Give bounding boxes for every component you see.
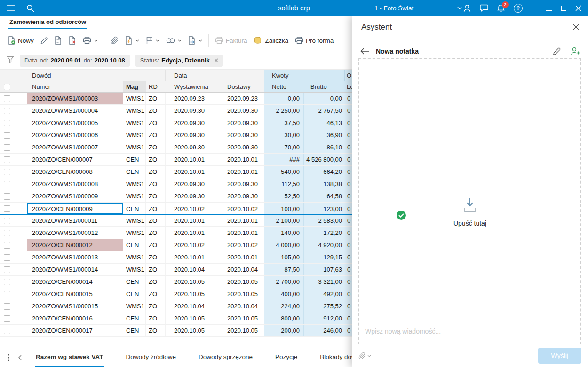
cell-mag: WMS1	[123, 227, 146, 239]
column-header-brutto[interactable]: Brutto	[303, 81, 345, 92]
cell-brutto: 36,90	[303, 129, 345, 141]
row-checkbox[interactable]	[4, 132, 10, 139]
filter-icon[interactable]	[7, 56, 14, 65]
footer-tab[interactable]: Dowody sprzężone	[198, 348, 254, 367]
status-filter-chip[interactable]: Status: Edycja, Dziennik	[135, 55, 223, 67]
cell-mag: WMS1	[123, 93, 146, 104]
add-person-button[interactable]	[571, 47, 580, 55]
tab-zamowienia-od-odbiorcow[interactable]: Zamówienia od odbiorców	[8, 16, 87, 29]
collapse-panel-button[interactable]	[18, 355, 22, 360]
select-all-checkbox[interactable]	[4, 84, 10, 90]
cell-mag: CEN	[123, 312, 146, 324]
remove-filter-button[interactable]	[214, 58, 218, 62]
maximize-button[interactable]	[561, 6, 566, 11]
faktura-button[interactable]: Faktura	[212, 34, 251, 47]
row-checkbox[interactable]	[4, 205, 10, 212]
cell-wystawienia: 2020.10.05	[166, 288, 220, 300]
cell-brutto: 492,00	[303, 288, 345, 300]
cell-wystawienia: 2020.09.30	[166, 117, 220, 129]
cell-rd: ZO	[146, 190, 166, 202]
cell-dostawy: 2020.10.01	[220, 227, 264, 239]
cell-brutto: 46,13	[303, 117, 345, 129]
row-checkbox[interactable]	[4, 120, 10, 126]
cell-numer: 2020/ZO/WMS1/000005	[27, 117, 123, 129]
row-checkbox[interactable]	[4, 315, 10, 322]
message-input[interactable]: Wpisz nową wiadomość...	[365, 328, 441, 335]
cell-numer: 2020/ZO/WMS1/000011	[27, 215, 123, 226]
attach-file-button[interactable]	[358, 352, 371, 360]
cell-wystawienia: 2020.10.05	[166, 276, 220, 288]
help-button[interactable]: ?	[514, 4, 523, 13]
preview-button[interactable]	[51, 33, 65, 47]
row-checkbox[interactable]	[4, 254, 10, 261]
row-checkbox[interactable]	[4, 218, 10, 224]
footer-tab[interactable]: Dowody źródłowe	[125, 348, 177, 367]
search-button[interactable]	[26, 4, 34, 12]
row-checkbox[interactable]	[4, 169, 10, 175]
zaliczka-button[interactable]: Zaliczka	[251, 34, 292, 47]
row-checkbox[interactable]	[4, 230, 10, 236]
minimize-button[interactable]	[546, 6, 552, 11]
row-checkbox[interactable]	[4, 144, 10, 151]
more-options-button[interactable]	[8, 354, 9, 361]
proforma-button[interactable]: Pro forma	[292, 34, 337, 47]
flag-button[interactable]	[143, 34, 163, 47]
cell-mag: CEN	[123, 276, 146, 288]
column-header-mag[interactable]: Mag	[123, 81, 146, 92]
document-lightning-button[interactable]	[122, 33, 143, 47]
chevron-down-icon	[156, 39, 159, 42]
cell-wystawienia: 2020.10.02	[166, 239, 220, 251]
delete-button[interactable]	[65, 33, 79, 47]
group-header-dowod[interactable]: Dowód	[0, 70, 166, 81]
row-checkbox[interactable]	[4, 95, 10, 102]
link-button[interactable]	[163, 35, 185, 47]
row-indent-cell	[14, 129, 27, 141]
column-header-numer[interactable]: Numer	[27, 81, 123, 92]
row-checkbox[interactable]	[4, 266, 10, 273]
footer-tab[interactable]: Razem wg stawek VAT	[35, 348, 104, 367]
column-header-dostawy[interactable]: Dostawy	[220, 81, 264, 92]
status-filter-label: Status:	[140, 57, 159, 64]
menu-button[interactable]	[7, 5, 15, 11]
attachment-button[interactable]	[107, 33, 122, 47]
row-checkbox[interactable]	[4, 279, 10, 285]
date-to-value: 2020.10.08	[95, 57, 125, 64]
edit-button[interactable]	[37, 34, 51, 47]
assistant-close-button[interactable]	[572, 23, 580, 31]
cell-wystawienia: 2020.09.23	[166, 93, 220, 104]
group-header-data[interactable]: Data	[166, 70, 264, 81]
row-checkbox[interactable]	[4, 303, 10, 310]
close-button[interactable]	[575, 5, 581, 11]
row-checkbox[interactable]	[4, 242, 10, 249]
chevron-down-icon	[178, 39, 182, 42]
cell-wystawienia: 2020.10.01	[166, 215, 220, 226]
print-button[interactable]	[79, 34, 101, 47]
send-button[interactable]: Wyślij	[538, 348, 581, 364]
column-header-netto[interactable]: Netto	[264, 81, 303, 92]
export-document-button[interactable]	[185, 33, 206, 47]
row-checkbox[interactable]	[4, 108, 10, 114]
row-checkbox[interactable]	[4, 291, 10, 297]
back-button[interactable]	[360, 48, 369, 55]
notifications-button[interactable]: 2	[497, 4, 505, 12]
new-button[interactable]: Nowy	[5, 33, 37, 47]
column-header-rd[interactable]: RD	[146, 81, 166, 92]
date-filter-chip[interactable]: Data od: 2020.09.01 do: 2020.10.08	[20, 55, 130, 67]
column-header-wystawienia[interactable]: Wystawienia	[166, 81, 220, 92]
row-checkbox[interactable]	[4, 193, 10, 200]
edit-note-button[interactable]	[553, 47, 561, 55]
group-header-kwoty[interactable]: Kwoty	[264, 70, 345, 81]
row-checkbox-cell	[0, 325, 14, 336]
cell-wystawienia: 2020.10.02	[166, 203, 220, 214]
row-checkbox[interactable]	[4, 181, 10, 187]
row-checkbox[interactable]	[4, 156, 10, 163]
company-selector[interactable]: 1 - Foto Świat	[358, 0, 464, 16]
cell-numer: 2020/ZO/CEN/000014	[27, 276, 123, 288]
row-checkbox[interactable]	[4, 328, 10, 334]
footer-tab[interactable]: Pozycje	[274, 348, 298, 367]
chat-button[interactable]	[480, 4, 488, 12]
cell-brutto: 107,63	[303, 264, 345, 275]
user-button[interactable]	[463, 4, 471, 12]
cell-dostawy: 2020.10.05	[220, 276, 264, 288]
drop-zone[interactable]: Upuść tutaj Wpisz nową wiadomość...	[358, 58, 581, 344]
